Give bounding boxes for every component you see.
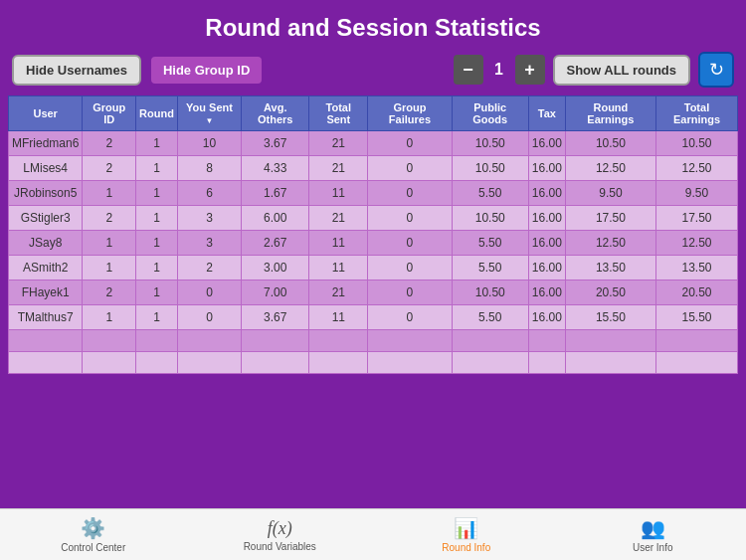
nav-round-variables-label: Round Variables bbox=[244, 541, 316, 552]
toolbar: Hide Usernames Hide Group ID − 1 + Show … bbox=[0, 52, 746, 88]
table-cell-empty bbox=[452, 330, 528, 352]
table-cell: 21 bbox=[309, 131, 368, 156]
table-cell: 0 bbox=[368, 156, 452, 181]
table-cell: 2.67 bbox=[242, 231, 309, 256]
increment-button[interactable]: + bbox=[515, 55, 545, 85]
table-cell: 0 bbox=[368, 231, 452, 256]
table-cell: 10.50 bbox=[452, 206, 528, 231]
table-cell: 6.00 bbox=[242, 206, 309, 231]
table-cell: 1 bbox=[83, 181, 136, 206]
table-cell: 1 bbox=[83, 231, 136, 256]
col-header-user: User bbox=[9, 96, 83, 131]
table-cell: 2 bbox=[83, 206, 136, 231]
nav-round-variables[interactable]: f(x) Round Variables bbox=[187, 509, 374, 560]
table-cell: 16.00 bbox=[528, 280, 565, 305]
table-cell-empty bbox=[368, 330, 452, 352]
table-cell: 10.50 bbox=[655, 131, 737, 156]
table-cell: 0 bbox=[368, 305, 452, 330]
stats-table: User Group ID Round You Sent ▼ Avg. Othe… bbox=[8, 95, 738, 374]
table-cell: 16.00 bbox=[528, 156, 565, 181]
data-table-container: User Group ID Round You Sent ▼ Avg. Othe… bbox=[8, 95, 738, 374]
table-cell: 5.50 bbox=[452, 181, 528, 206]
nav-control-center[interactable]: ⚙️ Control Center bbox=[0, 509, 187, 560]
table-cell: 12.50 bbox=[565, 231, 655, 256]
table-cell: 3.00 bbox=[242, 256, 309, 280]
table-cell: 15.50 bbox=[655, 305, 737, 330]
refresh-button[interactable]: ↻ bbox=[698, 52, 734, 88]
col-header-round: Round bbox=[136, 96, 178, 131]
table-cell-empty bbox=[242, 330, 309, 352]
page-header: Round and Session Statistics bbox=[0, 0, 746, 52]
table-cell-empty bbox=[9, 330, 83, 352]
table-row: ASmith21123.001105.5016.0013.5013.50 bbox=[9, 256, 738, 280]
col-header-total-sent: Total Sent bbox=[309, 96, 368, 131]
hide-usernames-button[interactable]: Hide Usernames bbox=[12, 55, 141, 86]
refresh-icon: ↻ bbox=[709, 59, 724, 81]
table-cell-empty bbox=[368, 352, 452, 374]
table-cell: FHayek1 bbox=[9, 280, 83, 305]
table-cell-empty bbox=[242, 352, 309, 374]
show-all-rounds-button[interactable]: Show ALL rounds bbox=[553, 55, 691, 86]
col-header-tax: Tax bbox=[528, 96, 565, 131]
table-cell: 0 bbox=[368, 181, 452, 206]
table-cell: 21 bbox=[309, 280, 368, 305]
decrement-button[interactable]: − bbox=[454, 55, 483, 85]
table-cell: 16.00 bbox=[528, 131, 565, 156]
counter-area: − 1 + bbox=[454, 55, 545, 85]
counter-value: 1 bbox=[489, 61, 509, 79]
table-cell-empty bbox=[309, 352, 368, 374]
table-cell: 11 bbox=[309, 231, 368, 256]
table-cell: 11 bbox=[309, 305, 368, 330]
table-row: GStigler32136.0021010.5016.0017.5017.50 bbox=[9, 206, 738, 231]
col-header-round-earnings: Round Earnings bbox=[565, 96, 655, 131]
table-cell: 13.50 bbox=[565, 256, 655, 280]
table-cell: 17.50 bbox=[655, 206, 737, 231]
table-cell: JRobinson5 bbox=[9, 181, 83, 206]
table-cell: 0 bbox=[368, 256, 452, 280]
col-header-public-goods: Public Goods bbox=[452, 96, 528, 131]
nav-round-info[interactable]: 📊 Round Info bbox=[373, 509, 560, 560]
table-cell: 0 bbox=[177, 280, 241, 305]
table-cell: GStigler3 bbox=[9, 206, 83, 231]
table-cell: 10.50 bbox=[452, 131, 528, 156]
table-cell-empty bbox=[528, 330, 565, 352]
table-cell: LMises4 bbox=[9, 156, 83, 181]
table-cell: 1 bbox=[136, 131, 178, 156]
table-cell: 15.50 bbox=[565, 305, 655, 330]
table-row-empty bbox=[9, 330, 738, 352]
table-cell: 16.00 bbox=[528, 206, 565, 231]
table-cell-empty bbox=[655, 330, 737, 352]
table-cell: 9.50 bbox=[655, 181, 737, 206]
table-cell: 2 bbox=[83, 156, 136, 181]
table-cell: 10.50 bbox=[452, 156, 528, 181]
table-cell-empty bbox=[9, 352, 83, 374]
table-cell: 21 bbox=[309, 156, 368, 181]
table-cell-empty bbox=[528, 352, 565, 374]
table-cell: 16.00 bbox=[528, 181, 565, 206]
page-title: Round and Session Statistics bbox=[0, 0, 746, 52]
table-cell: 1 bbox=[136, 256, 178, 280]
table-cell: 0 bbox=[368, 131, 452, 156]
table-row: TMalthus71103.671105.5016.0015.5015.50 bbox=[9, 305, 738, 330]
table-cell: 20.50 bbox=[565, 280, 655, 305]
round-variables-icon: f(x) bbox=[268, 518, 292, 539]
table-cell-empty bbox=[452, 352, 528, 374]
table-cell: 6 bbox=[177, 181, 241, 206]
table-cell: 5.50 bbox=[452, 231, 528, 256]
table-cell: 12.50 bbox=[565, 156, 655, 181]
table-cell: 1 bbox=[83, 256, 136, 280]
table-cell: 10.50 bbox=[565, 131, 655, 156]
table-cell-empty bbox=[565, 330, 655, 352]
control-center-icon: ⚙️ bbox=[81, 516, 105, 540]
table-row: MFriedman621103.6721010.5016.0010.5010.5… bbox=[9, 131, 738, 156]
nav-user-info[interactable]: 👥 User Info bbox=[560, 509, 747, 560]
hide-group-id-button[interactable]: Hide Group ID bbox=[149, 55, 264, 86]
table-cell-empty bbox=[565, 352, 655, 374]
table-cell: 0 bbox=[368, 280, 452, 305]
table-row: LMises42184.3321010.5016.0012.5012.50 bbox=[9, 156, 738, 181]
col-header-you-sent[interactable]: You Sent ▼ bbox=[177, 96, 241, 131]
col-header-avg-others: Avg. Others bbox=[242, 96, 309, 131]
table-cell: 12.50 bbox=[655, 156, 737, 181]
table-cell: 5.50 bbox=[452, 256, 528, 280]
table-cell: 7.00 bbox=[242, 280, 309, 305]
